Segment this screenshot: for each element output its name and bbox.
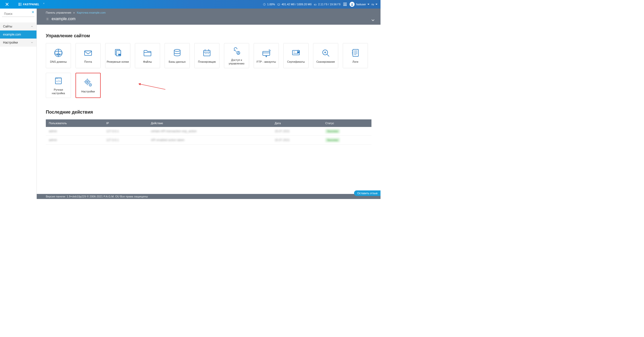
card-scan[interactable]: Сканирование bbox=[313, 43, 338, 68]
table-header: Статус bbox=[322, 119, 371, 127]
svg-text:®: ® bbox=[43, 3, 44, 4]
user-name: fastuser bbox=[356, 3, 366, 6]
card-files[interactable]: Файлы bbox=[135, 43, 160, 68]
scan-icon bbox=[321, 48, 331, 58]
table-header: Дата bbox=[272, 119, 322, 127]
cpu-stat: 1.00% bbox=[263, 3, 275, 6]
settings-icon bbox=[83, 78, 93, 88]
manual-icon bbox=[53, 76, 63, 86]
card-label: Резервные копии bbox=[106, 60, 130, 63]
card-label: Доступ к управлению bbox=[224, 58, 249, 65]
svg-rect-6 bbox=[21, 4, 21, 5]
backup-icon bbox=[113, 48, 123, 58]
svg-rect-3 bbox=[18, 4, 20, 5]
sidebar-group-sites[interactable]: Сайты bbox=[0, 22, 36, 30]
svg-point-20 bbox=[47, 18, 48, 19]
chevron-up-icon bbox=[30, 25, 33, 28]
ftp-icon bbox=[261, 48, 271, 58]
sidebar-group-label: Сайты bbox=[3, 25, 12, 28]
user-menu[interactable]: fastuser bbox=[350, 2, 369, 7]
card-label: FTP - аккаунты bbox=[256, 60, 277, 63]
card-label: Сертификаты bbox=[286, 60, 306, 63]
card-label: Ручная настройка bbox=[46, 88, 71, 95]
mail-icon bbox=[83, 48, 93, 58]
card-certs[interactable]: Сертификаты bbox=[283, 43, 309, 68]
section-manage-title: Управление сайтом bbox=[46, 33, 371, 39]
menu-icon[interactable] bbox=[343, 2, 348, 7]
search-input[interactable] bbox=[4, 12, 42, 16]
avatar-icon bbox=[350, 2, 355, 7]
card-ftp[interactable]: FTP - аккаунты bbox=[254, 43, 279, 68]
cron-icon bbox=[202, 48, 212, 58]
breadcrumb: Панель управления » Карточка example.com bbox=[46, 11, 371, 14]
card-cron[interactable]: Планировщик bbox=[194, 43, 219, 68]
sidebar-item-label: example.com bbox=[3, 33, 21, 36]
sidebar: ✕ Сайты example.com Настройки bbox=[0, 9, 37, 199]
search-close-icon[interactable]: ✕ bbox=[31, 10, 34, 14]
card-dns[interactable]: DNS домены bbox=[46, 43, 71, 68]
card-label: Планировщик bbox=[197, 60, 217, 63]
card-label: Настройки bbox=[80, 90, 96, 93]
logo[interactable]: FASTPANEL ® bbox=[18, 2, 56, 6]
status-badge: Success bbox=[325, 138, 340, 142]
footer: Версия панели: 1.9+deb10p229 © 2006-2021… bbox=[37, 194, 381, 199]
feedback-button[interactable]: Оставить отзыв bbox=[354, 190, 381, 196]
card-access[interactable]: Доступ к управлению bbox=[224, 43, 249, 68]
card-mail[interactable]: Почта bbox=[75, 43, 101, 68]
svg-point-16 bbox=[315, 5, 315, 5]
table-row: admin127.0.0.1API enabled action taken15… bbox=[46, 136, 371, 145]
status-badge: Success bbox=[325, 129, 340, 133]
svg-rect-7 bbox=[21, 5, 21, 6]
card-label: Сканирование bbox=[315, 60, 336, 63]
card-label: Файлы bbox=[142, 60, 153, 63]
gear-icon bbox=[46, 17, 49, 21]
footer-text: Версия панели: 1.9+deb10p229 © 2006-2021… bbox=[46, 195, 148, 198]
disk-stat: 2.11 Гб / 19.56 Гб bbox=[314, 3, 340, 6]
chevron-down-icon bbox=[30, 41, 33, 44]
access-icon bbox=[232, 46, 242, 56]
sub-header: Панель управления » Карточка example.com… bbox=[37, 9, 381, 25]
table-header: IP bbox=[103, 119, 148, 127]
card-label: Базы данных bbox=[168, 60, 186, 63]
expand-toggle[interactable] bbox=[370, 18, 375, 23]
svg-rect-2 bbox=[18, 3, 20, 4]
sidebar-item-site[interactable]: example.com bbox=[0, 30, 36, 39]
breadcrumb-sep: » bbox=[73, 11, 75, 14]
breadcrumb-root[interactable]: Панель управления bbox=[46, 11, 71, 14]
table-header: Действие bbox=[148, 119, 272, 127]
svg-rect-5 bbox=[21, 3, 21, 4]
page-title: example.com bbox=[52, 17, 75, 21]
section-recent-title: Последние действия bbox=[46, 110, 371, 115]
card-label: Логи bbox=[351, 60, 359, 63]
svg-text:FASTPANEL: FASTPANEL bbox=[23, 3, 39, 6]
recent-actions-table: ПользовательIPДействиеДатаСтатус admin12… bbox=[46, 119, 371, 145]
card-backup[interactable]: Резервные копии bbox=[105, 43, 130, 68]
card-label: Почта bbox=[83, 60, 93, 63]
memory-stat: 401.42 Мб / 1009.20 Мб bbox=[277, 3, 312, 6]
table-row: admin127.0.0.1certain API transaction ex… bbox=[46, 127, 371, 136]
card-manual[interactable]: Ручная настройка bbox=[46, 73, 71, 98]
svg-point-17 bbox=[352, 3, 353, 4]
svg-rect-11 bbox=[278, 4, 280, 5]
card-label: DNS домены bbox=[49, 60, 68, 63]
files-icon bbox=[142, 48, 153, 58]
caret-down-icon bbox=[367, 4, 369, 5]
breadcrumb-current[interactable]: Карточка example.com bbox=[77, 11, 106, 14]
lang-label: ru bbox=[371, 3, 374, 6]
card-db[interactable]: Базы данных bbox=[165, 43, 190, 68]
svg-rect-4 bbox=[18, 5, 20, 6]
dns-icon bbox=[53, 48, 63, 58]
logs-icon bbox=[350, 48, 360, 58]
close-button[interactable] bbox=[0, 0, 14, 9]
certs-icon bbox=[291, 48, 301, 58]
sidebar-group-label: Настройки bbox=[3, 41, 18, 44]
table-header: Пользователь bbox=[46, 119, 103, 127]
db-icon bbox=[172, 48, 182, 58]
caret-down-icon bbox=[375, 4, 377, 5]
card-logs[interactable]: Логи bbox=[343, 43, 368, 68]
card-settings[interactable]: Настройки bbox=[75, 73, 101, 98]
sidebar-group-settings[interactable]: Настройки bbox=[0, 39, 36, 47]
lang-menu[interactable]: ru bbox=[371, 3, 377, 6]
